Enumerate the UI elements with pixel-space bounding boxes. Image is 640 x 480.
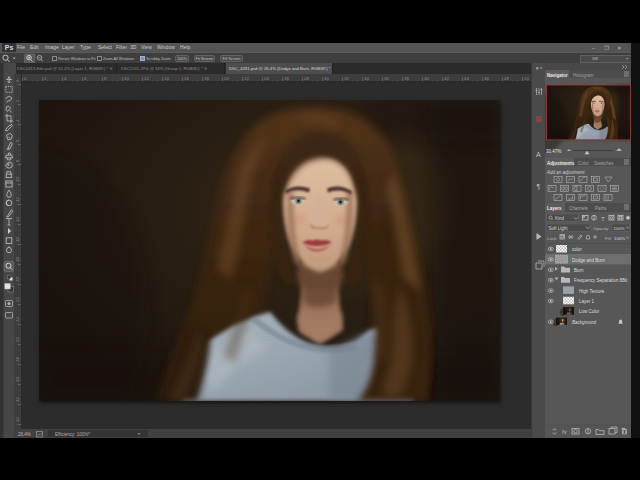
svg-text:34: 34 [364,76,369,81]
svg-text:Background: Background [572,320,597,325]
svg-text:Navigator: Navigator [547,73,568,78]
svg-text:16: 16 [184,76,189,81]
svg-text:14: 14 [15,217,20,222]
svg-text:18: 18 [15,257,20,262]
svg-text:42: 42 [444,76,449,81]
svg-text:28: 28 [15,357,20,362]
svg-text:12: 12 [15,197,20,202]
svg-text:Color: Color [578,161,589,166]
svg-text:Layer 1: Layer 1 [579,299,595,304]
svg-text:Kind: Kind [555,216,565,221]
svg-text:48: 48 [504,76,509,81]
svg-text:32: 32 [15,397,20,402]
svg-text:20: 20 [224,76,229,81]
svg-text:High Texture: High Texture [579,289,605,294]
svg-text:Frequency Separation 8Bit: Frequency Separation 8Bit [574,278,628,283]
svg-text:26: 26 [284,76,289,81]
svg-text:Add an adjustment: Add an adjustment [546,170,585,175]
svg-text:10: 10 [124,76,129,81]
svg-text:46: 46 [484,76,489,81]
svg-text:Burn: Burn [574,268,584,273]
svg-text:Fill:: Fill: [605,236,612,241]
svg-text:14: 14 [164,76,169,81]
svg-text:10: 10 [15,177,20,182]
svg-text:Soft Light: Soft Light [549,226,569,231]
svg-text:32: 32 [344,76,349,81]
svg-text:Layers: Layers [547,206,562,211]
svg-text:Paths: Paths [595,206,607,211]
svg-text:Swatches: Swatches [594,161,614,166]
svg-text:44: 44 [464,76,469,81]
svg-text:16: 16 [15,237,20,242]
svg-text:Channels: Channels [569,206,589,211]
svg-text:Lock:: Lock: [547,236,558,241]
svg-text:Low Color: Low Color [579,309,600,314]
svg-text:24: 24 [264,76,269,81]
svg-text:100%: 100% [614,236,625,241]
svg-text:40: 40 [424,76,429,81]
svg-text:18: 18 [204,76,209,81]
svg-text:¶: ¶ [537,183,541,190]
svg-text:100%: 100% [614,226,625,231]
svg-text:T: T [601,216,605,222]
svg-text:Histogram: Histogram [573,73,594,78]
svg-text:26: 26 [15,337,20,342]
svg-text:38: 38 [404,76,409,81]
svg-text:34: 34 [15,417,20,422]
svg-text:color: color [572,247,582,252]
svg-text:Adjustments: Adjustments [547,161,575,166]
svg-text:Opacity:: Opacity: [593,226,609,231]
svg-text:24: 24 [15,317,20,322]
svg-text:20: 20 [15,277,20,282]
svg-text:50: 50 [524,76,529,81]
svg-text:12: 12 [144,76,149,81]
svg-text:28: 28 [304,76,309,81]
svg-text:30.47%: 30.47% [546,149,561,154]
svg-text:36: 36 [384,76,389,81]
svg-text:Dodge and Burn: Dodge and Burn [572,258,605,263]
svg-text:30: 30 [324,76,329,81]
svg-text:22: 22 [244,76,249,81]
svg-text:22: 22 [15,297,20,302]
svg-text:A: A [536,151,541,158]
svg-text:30: 30 [15,377,20,382]
